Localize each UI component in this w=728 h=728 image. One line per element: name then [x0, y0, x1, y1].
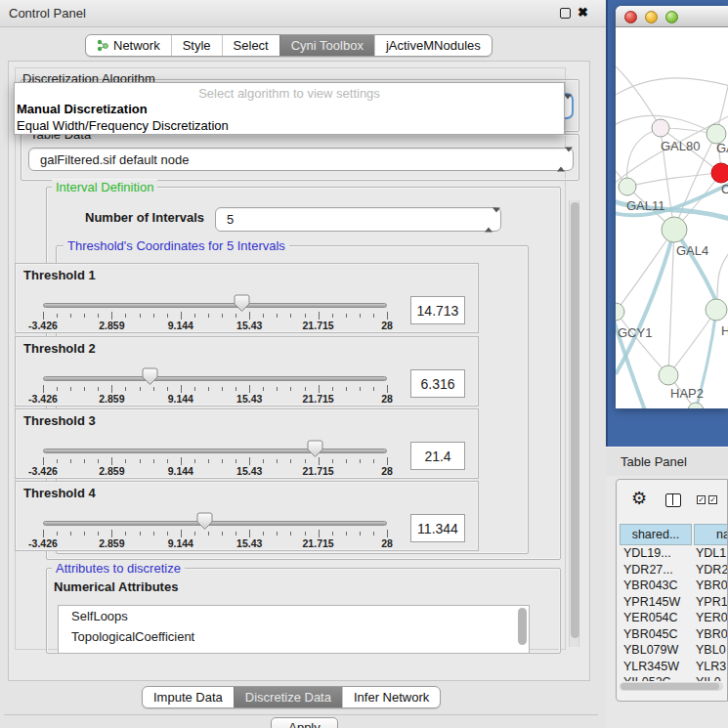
- threshold-4-slider-track[interactable]: [43, 521, 387, 526]
- table-row[interactable]: YIL052CYIL0: [617, 674, 728, 681]
- node[interactable]: [662, 217, 687, 242]
- checkbox-icon[interactable]: ✓: [708, 495, 717, 504]
- algorithm-option-equal-width[interactable]: Equal Width/Frequency Discretization: [17, 118, 229, 133]
- tab-label: Impute Data: [153, 690, 223, 705]
- cell-name[interactable]: YBR0: [691, 626, 728, 643]
- table-row[interactable]: YBR043CYBR0: [617, 578, 728, 594]
- tab-network[interactable]: Network: [86, 35, 171, 56]
- network-edge: [627, 128, 661, 187]
- node-label: GCY1: [618, 325, 652, 340]
- table-row[interactable]: YBR045CYBR0: [617, 626, 728, 643]
- table-row[interactable]: YLR345WYLR3: [617, 659, 728, 675]
- cell-name[interactable]: YBL0: [691, 642, 726, 659]
- attribute-item[interactable]: TopologicalCoefficient: [59, 626, 529, 647]
- float-window-icon[interactable]: [560, 8, 571, 19]
- frame-edge: [606, 0, 608, 447]
- attribute-item[interactable]: SelfLoops: [59, 606, 529, 626]
- table-row[interactable]: YPR145WYPR1: [617, 594, 728, 611]
- zoom-traffic-light[interactable]: [665, 11, 678, 23]
- gear-icon[interactable]: ⚙: [631, 488, 647, 509]
- threshold-2-slider-track[interactable]: [43, 376, 387, 381]
- node[interactable]: [652, 119, 669, 137]
- control-panel-titlebar: Control Panel ✖: [0, 0, 606, 27]
- network-canvas[interactable]: GAL80GAGAL11CGAL4GCY1HHAP2: [616, 27, 728, 408]
- tab-label: Style: [183, 38, 211, 53]
- cell-shared-name[interactable]: YIL052C: [617, 674, 691, 681]
- close-icon[interactable]: ✖: [578, 5, 588, 20]
- network-icon: [97, 39, 108, 52]
- network-window: GAL80GAGAL11CGAL4GCY1HHAP2: [616, 6, 728, 408]
- cell-shared-name[interactable]: YPR145W: [617, 594, 691, 611]
- node-label: HAP2: [670, 386, 704, 401]
- threshold-2-slider-handle[interactable]: [142, 367, 158, 390]
- cell-name[interactable]: YLR3: [691, 659, 726, 675]
- cell-shared-name[interactable]: YER054C: [617, 610, 691, 626]
- algorithm-option-manual[interactable]: Manual Discretization: [17, 102, 148, 116]
- table-row[interactable]: YBL079WYBL0: [617, 642, 728, 659]
- close-traffic-light[interactable]: [624, 11, 637, 23]
- cell-shared-name[interactable]: YBL079W: [617, 642, 691, 659]
- table-data-combo[interactable]: galFiltered.sif default node: [28, 148, 574, 171]
- checkbox-icon[interactable]: ✓: [697, 495, 706, 504]
- cell-shared-name[interactable]: YBR045C: [617, 626, 691, 643]
- node-highlighted[interactable]: [711, 163, 728, 183]
- table-h-scrollbar-thumb[interactable]: [621, 683, 719, 690]
- tab-discretize-data[interactable]: Discretize Data: [234, 687, 342, 707]
- numerical-attributes-label: Numerical Attributes: [54, 579, 178, 594]
- tab-style[interactable]: Style: [171, 35, 222, 56]
- threshold-1-slider-track[interactable]: [43, 303, 387, 308]
- apply-button[interactable]: Apply: [271, 717, 338, 728]
- cell-shared-name[interactable]: YDR27...: [617, 562, 691, 578]
- network-edge: [616, 230, 674, 312]
- attribute-item[interactable]: BetweennessCentrality: [59, 647, 529, 654]
- cell-name[interactable]: YBR0: [691, 578, 728, 594]
- threshold-3-slider-track[interactable]: [43, 449, 387, 453]
- threshold-4-slider-handle[interactable]: [196, 512, 213, 535]
- node[interactable]: [706, 299, 727, 321]
- column-layout-icon[interactable]: [665, 493, 681, 507]
- threshold-1-slider-handle[interactable]: [234, 294, 250, 317]
- algorithm-hint: Select algorithm to view settings: [15, 86, 564, 101]
- cell-shared-name[interactable]: YDL19...: [617, 545, 691, 562]
- table-row[interactable]: YER054CYER0: [617, 610, 728, 626]
- combo-arrows-icon: [557, 152, 566, 167]
- tab-label: Network: [113, 38, 160, 53]
- tab-label: Discretize Data: [245, 690, 331, 705]
- threshold-3-label: Threshold 3: [23, 413, 96, 428]
- node-label: GAL80: [661, 139, 700, 153]
- column-header-shared[interactable]: shared...: [620, 524, 692, 545]
- threshold-3-value-field[interactable]: 21.4: [410, 442, 465, 470]
- tab-cyni-toolbox[interactable]: Cyni Toolbox: [279, 35, 374, 56]
- minimize-traffic-light[interactable]: [645, 11, 658, 23]
- cell-name[interactable]: YDL1: [691, 545, 726, 562]
- cell-name[interactable]: YDR2: [691, 562, 728, 578]
- cell-shared-name[interactable]: YBR043C: [617, 578, 691, 594]
- panel-scrollbar-thumb[interactable]: [571, 202, 579, 638]
- threshold-1-value-field[interactable]: 14.713: [410, 296, 465, 324]
- column-header-name[interactable]: na: [694, 524, 728, 545]
- cell-name[interactable]: YPR1: [691, 594, 728, 611]
- cell-shared-name[interactable]: YLR345W: [617, 659, 691, 675]
- node[interactable]: [616, 303, 624, 321]
- attributes-group-title: Attributes to discretize: [52, 561, 185, 576]
- node[interactable]: [619, 178, 636, 195]
- node-label: C: [721, 182, 728, 196]
- network-view-frame: GAL80GAGAL11CGAL4GCY1HHAP2: [606, 0, 728, 447]
- threshold-2-value-field[interactable]: 6.316: [410, 369, 465, 398]
- node[interactable]: [659, 365, 678, 385]
- node-label: GA: [716, 141, 728, 155]
- cell-name[interactable]: YIL0: [691, 674, 721, 681]
- tab-select[interactable]: Select: [222, 35, 279, 56]
- table-row[interactable]: YDR27...YDR2: [617, 562, 728, 578]
- threshold-1-label: Threshold 1: [23, 268, 96, 282]
- number-of-intervals-combo[interactable]: 5: [215, 207, 501, 232]
- tab-impute-data[interactable]: Impute Data: [143, 687, 234, 707]
- list-scrollbar[interactable]: [518, 608, 527, 645]
- tab-jactivemnodules[interactable]: jActiveMNodules: [374, 35, 492, 56]
- cell-name[interactable]: YER0: [691, 610, 728, 626]
- tab-infer-network[interactable]: Infer Network: [342, 687, 440, 707]
- threshold-4-value-field[interactable]: 11.344: [410, 514, 465, 542]
- threshold-3-slider-handle[interactable]: [307, 440, 323, 462]
- slider-tick-labels: -3.4262.8599.14415.4321.71528: [43, 320, 387, 331]
- table-row[interactable]: YDL19...YDL1: [617, 545, 728, 562]
